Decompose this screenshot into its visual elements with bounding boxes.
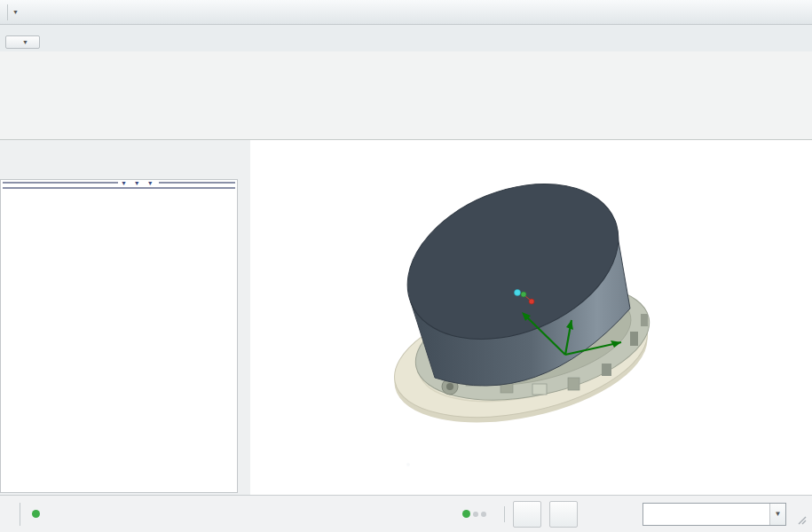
statusbar-separator (20, 503, 20, 526)
selection-box-button[interactable] (549, 501, 578, 528)
message-bullet-icon (32, 510, 40, 518)
floefd-analysis-tree: ▼ ▼ ▼ (0, 179, 238, 493)
statusbar-separator2 (504, 506, 505, 522)
navigator-panel: ▼ ▼ ▼ (0, 140, 250, 495)
status-bar: ▼ (0, 495, 812, 532)
screw-hole (446, 383, 453, 390)
titlebar-separator (7, 4, 8, 20)
find-button[interactable] (513, 501, 541, 528)
regeneration-status-icon[interactable] (462, 510, 486, 518)
tree-sash-handle[interactable]: ▼ ▼ ▼ (3, 182, 235, 189)
graphics-toolbar (406, 463, 410, 466)
statusbar-right: ▼ (462, 501, 807, 528)
qat-overflow-icon[interactable]: ▼ (12, 9, 19, 15)
status-message-area (16, 503, 46, 526)
ribbon (0, 51, 812, 140)
creo-application-window: ▼ ▼ ▼ ▼ ▼ (0, 0, 812, 532)
3d-model[interactable] (250, 140, 812, 495)
navigator-tabs (0, 140, 250, 145)
resize-grip[interactable] (796, 514, 807, 525)
ribbon-tab-bar: ▼ (0, 25, 812, 51)
filter-dropdown-arrow-icon[interactable]: ▼ (769, 504, 785, 525)
selection-filter-dropdown[interactable]: ▼ (643, 503, 786, 526)
title-bar: ▼ (0, 0, 812, 25)
graphics-viewport[interactable] (250, 140, 812, 495)
file-menu-arrow-icon: ▼ (22, 39, 28, 45)
file-menu-button[interactable]: ▼ (5, 35, 40, 49)
